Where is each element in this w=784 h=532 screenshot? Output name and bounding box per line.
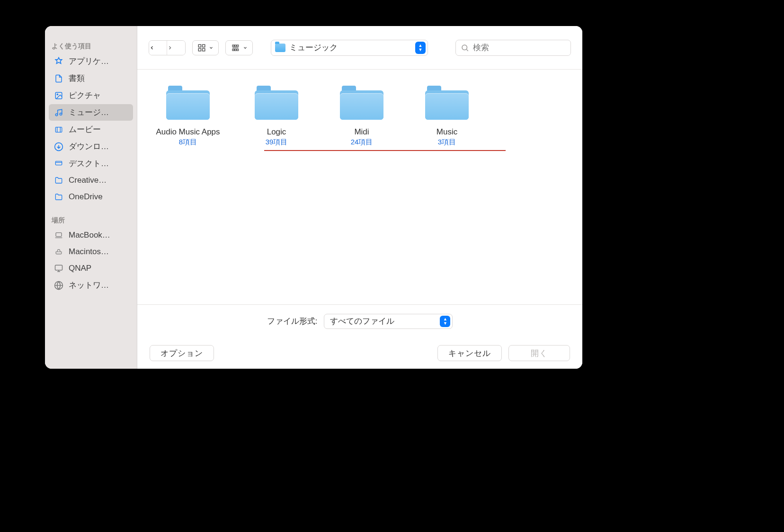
sidebar-item-label: ピクチャ [69,90,128,101]
folder-icon [425,85,469,120]
search-field[interactable] [455,40,571,56]
folder-name: Music [437,127,457,137]
file-format-select[interactable]: すべてのファイル ▲▼ [324,314,453,329]
sidebar-item-label: QNAP [69,264,128,273]
button-bar: オプション キャンセル 開く [137,337,582,369]
folder-icon [340,85,383,120]
back-button[interactable] [149,41,167,55]
svg-rect-24 [237,45,238,46]
icon-view-icon [197,44,206,52]
music-icon [53,107,64,118]
folder-icon [53,192,64,202]
svg-rect-18 [198,44,201,47]
sidebar-item-label: 書類 [69,73,128,84]
nav-buttons [149,40,186,55]
folder-mini-icon [275,44,285,52]
annotation-underline [264,150,506,151]
chevron-down-icon [209,45,214,50]
folder-count: 8項目 [179,138,197,147]
folder-icon [255,85,298,120]
format-bar: ファイル形式: すべてのファイル ▲▼ [137,304,582,337]
cancel-button[interactable]: キャンセル [437,345,502,361]
pictures-icon [53,90,64,101]
folder-count: 3項目 [438,138,456,147]
folder-name: Logic [267,127,286,137]
svg-rect-26 [232,49,234,50]
updown-stepper-icon: ▲▼ [415,42,426,54]
sidebar-item-label: Creative… [69,176,128,185]
file-open-dialog: よく使う項目 アプリケ… 書類 ピクチャ ミュージ… [45,26,582,369]
group-icon [231,44,240,52]
file-format-value: すべてのファイル [330,316,394,327]
toolbar: ミュージック ▲▼ [137,26,582,70]
svg-rect-23 [235,45,236,46]
sidebar-item-label: ムービー [69,124,128,135]
options-button[interactable]: オプション [150,345,214,361]
folder-item[interactable]: Audio Music Apps 8項目 [148,85,228,147]
sidebar-item-label: Macintos… [69,247,128,257]
sidebar-favorites-header: よく使う項目 [45,39,137,53]
svg-rect-21 [203,48,205,51]
svg-rect-4 [55,127,62,132]
sidebar-item-label: MacBook… [69,231,128,240]
svg-point-2 [55,114,58,116]
forward-button[interactable] [167,41,185,55]
search-input[interactable] [473,43,566,53]
file-format-label: ファイル形式: [267,316,318,327]
document-icon [53,73,64,84]
search-icon [461,44,469,52]
laptop-icon [53,230,64,240]
sidebar-item-macbook[interactable]: MacBook… [49,227,133,243]
folder-count: 39項目 [266,138,288,147]
view-mode-popup[interactable] [192,40,219,55]
svg-rect-22 [232,45,234,46]
group-by-popup[interactable] [225,40,253,55]
sidebar-item-label: OneDrive [69,192,128,202]
sidebar-item-label: ダウンロ… [69,141,128,152]
path-popup[interactable]: ミュージック ▲▼ [271,40,428,56]
svg-rect-28 [237,49,238,50]
sidebar-item-movies[interactable]: ムービー [49,121,133,138]
sidebar-item-label: ネットワ… [69,280,128,291]
svg-point-1 [57,94,58,95]
updown-stepper-icon: ▲▼ [440,316,450,327]
sidebar-item-label: アプリケ… [69,56,128,67]
main-area: ミュージック ▲▼ Audio Music Apps 8項 [137,26,582,369]
monitor-icon [53,263,64,274]
sidebar-item-qnap[interactable]: QNAP [49,260,133,276]
folder-grid: Audio Music Apps 8項目 Logic 39項目 Midi 24項… [146,85,574,147]
folder-name: Audio Music Apps [156,127,220,137]
sidebar-item-onedrive[interactable]: OneDrive [49,189,133,205]
folder-item[interactable]: Midi 24項目 [339,85,384,147]
sidebar-item-creative[interactable]: Creative… [49,172,133,188]
svg-rect-19 [203,44,205,47]
applications-icon [53,56,64,67]
svg-rect-9 [55,161,62,165]
sidebar-item-desktop[interactable]: デスクト… [49,155,133,172]
svg-line-30 [466,49,468,51]
svg-rect-13 [55,265,62,270]
path-label: ミュージック [289,42,338,53]
sidebar-item-macintosh[interactable]: Macintos… [49,244,133,260]
sidebar-item-pictures[interactable]: ピクチャ [49,87,133,104]
chevron-down-icon [243,45,248,50]
folder-item[interactable]: Logic 39項目 [254,85,299,147]
sidebar-item-label: ミュージ… [69,107,128,118]
sidebar-item-network[interactable]: ネットワ… [49,277,133,293]
sidebar: よく使う項目 アプリケ… 書類 ピクチャ ミュージ… [45,26,137,369]
content-area: Audio Music Apps 8項目 Logic 39項目 Midi 24項… [137,70,582,304]
movies-icon [53,124,64,135]
open-button[interactable]: 開く [508,345,570,361]
downloads-icon [53,142,64,152]
svg-rect-20 [198,48,201,51]
svg-point-3 [60,113,62,115]
sidebar-item-documents[interactable]: 書類 [49,70,133,87]
sidebar-item-music[interactable]: ミュージ… [49,104,133,121]
globe-icon [53,280,64,291]
svg-point-29 [462,45,467,50]
folder-item[interactable]: Music 3項目 [424,85,470,147]
sidebar-item-label: デスクト… [69,158,128,169]
sidebar-item-applications[interactable]: アプリケ… [49,53,133,70]
sidebar-locations-header: 場所 [45,213,137,227]
sidebar-item-downloads[interactable]: ダウンロ… [49,138,133,155]
